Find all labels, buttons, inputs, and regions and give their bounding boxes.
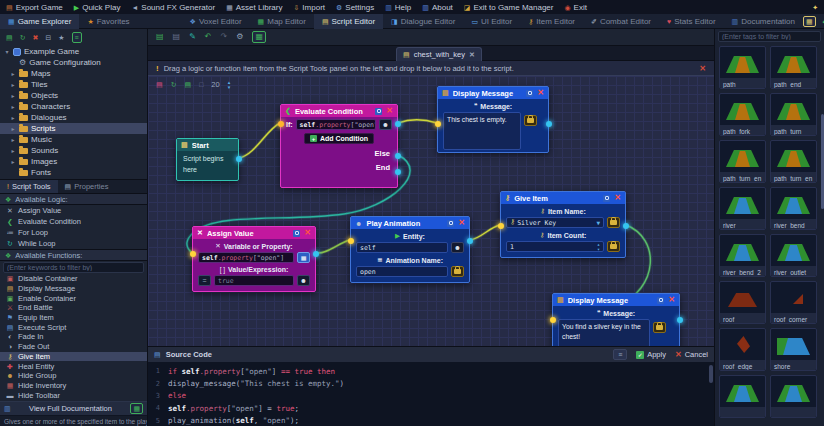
tile-path-turn[interactable]: path_turn xyxy=(770,93,817,136)
hide-group-icon[interactable]: ☻ xyxy=(6,372,14,379)
close-button[interactable]: ✕ xyxy=(537,89,544,97)
save-script-icon[interactable]: ▤ xyxy=(156,33,164,41)
refresh-graph-icon[interactable]: ↻ xyxy=(171,81,177,88)
entity-picker-button[interactable]: ☻ xyxy=(451,242,464,253)
add-condition-button[interactable]: + Add Condition xyxy=(304,133,374,144)
function-item-enable-container[interactable]: ▣Enable Container xyxy=(0,293,147,303)
menu-item-export-game[interactable]: ▤Export Game xyxy=(6,3,63,12)
stats-editor-icon[interactable]: ♥ xyxy=(667,18,671,25)
wrap-toggle-button[interactable]: ≡ xyxy=(613,349,627,360)
tree-item-scripts[interactable]: ▸Scripts xyxy=(0,123,147,134)
menu-item-asset-library[interactable]: ▦Asset Library xyxy=(226,3,282,12)
script-tab-chest-with-key[interactable]: ▤ chest_with_key ✕ xyxy=(396,47,482,61)
display1-input-port[interactable] xyxy=(435,121,441,127)
menu-item-settings[interactable]: ⚙Settings xyxy=(336,3,374,12)
functions-filter-input[interactable] xyxy=(3,262,144,273)
count-stepper[interactable]: ▴▾ xyxy=(597,242,600,251)
asset-library-icon[interactable]: ▦ xyxy=(226,4,233,11)
menu-item-quick-play[interactable]: ▶Quick Play xyxy=(74,3,121,12)
tab-properties[interactable]: ▤ Properties xyxy=(58,180,116,193)
node-assign-value[interactable]: ✕ Assign Value ✕ ✕ Variable or Property:… xyxy=(192,226,316,292)
tree-item-images[interactable]: ▸Images xyxy=(0,156,147,167)
sound-fx-generator-icon[interactable]: ◄ xyxy=(131,4,138,11)
settings-icon[interactable]: ⚙ xyxy=(336,4,342,11)
entity-picker-button[interactable]: ☻ xyxy=(379,119,392,130)
tree-item-objects[interactable]: ▸Objects xyxy=(0,90,147,101)
tile-river-bend-2[interactable]: river_bend_2 xyxy=(719,234,766,277)
copy-node-icon[interactable]: ▤ xyxy=(156,81,163,88)
lock-button[interactable] xyxy=(607,217,620,228)
expand-arrow-icon[interactable]: ▸ xyxy=(10,103,16,110)
function-item-hide-inventory[interactable]: ▦Hide Inventory xyxy=(0,381,147,391)
evaluate-condition-icon[interactable]: ❮ xyxy=(6,218,14,225)
close-button[interactable]: ✕ xyxy=(458,219,465,227)
tile-path[interactable]: path xyxy=(719,46,766,89)
enable-container-icon[interactable]: ▣ xyxy=(6,295,14,302)
documentation-icon[interactable]: ▥ xyxy=(732,18,739,25)
help-icon[interactable]: ▥ xyxy=(385,4,392,11)
delete-icon[interactable]: ✖ xyxy=(33,34,39,41)
entity-picker-button[interactable]: ☻ xyxy=(297,275,310,286)
fade-out-icon[interactable]: ◑ xyxy=(6,343,14,350)
hide-toolbar-icon[interactable]: ▬ xyxy=(6,392,14,399)
evaluate-input-port[interactable] xyxy=(278,121,284,127)
code-scrollbar[interactable] xyxy=(709,365,713,383)
undo-icon[interactable]: ↶ xyxy=(205,33,212,41)
menu-item-help[interactable]: ▥Help xyxy=(385,3,411,12)
tile-path-turn-en[interactable]: path_turn_en xyxy=(770,140,817,183)
condition-expression-input[interactable]: self.property["open"] == true xyxy=(296,119,376,130)
minimize-button[interactable] xyxy=(447,220,454,227)
assign-output-port[interactable] xyxy=(313,251,319,257)
while-loop-icon[interactable]: ↻ xyxy=(6,240,14,247)
function-item-heal-entity[interactable]: ✚Heal Entity xyxy=(0,361,147,371)
give-output-port[interactable] xyxy=(623,223,629,229)
tile-path-fork[interactable]: path_fork xyxy=(719,93,766,136)
grid-size-value[interactable]: 20 xyxy=(211,80,219,89)
code-editor[interactable]: 1if self.property["open"] == true then2 … xyxy=(148,362,714,426)
minimize-button[interactable] xyxy=(293,230,300,237)
display2-output-port[interactable] xyxy=(677,317,683,323)
apply-button[interactable]: ✓ Apply xyxy=(636,350,666,359)
expand-arrow-icon[interactable]: ▸ xyxy=(10,158,16,165)
node-start[interactable]: ▤ Start Script beginshere xyxy=(176,138,239,181)
else-output-port[interactable] xyxy=(395,153,401,159)
equip-item-icon[interactable]: ⚑ xyxy=(6,314,14,321)
give-input-port[interactable] xyxy=(498,223,504,229)
redo-icon[interactable]: ↷ xyxy=(221,33,228,41)
favorite-icon[interactable]: ★ xyxy=(58,34,64,41)
hint-bulb-icon[interactable]: ✦ xyxy=(812,4,818,11)
heal-entity-icon[interactable]: ✚ xyxy=(6,363,14,370)
tab-dialogue-editor[interactable]: ◨Dialogue Editor xyxy=(383,14,463,29)
tile-partial[interactable] xyxy=(719,375,766,418)
script-editor-icon[interactable]: ▤ xyxy=(322,18,329,25)
close-button[interactable]: ✕ xyxy=(386,107,393,115)
menu-item-exit[interactable]: ◉Exit xyxy=(564,3,586,12)
node-evaluate-condition[interactable]: ❮ Evaluate Condition ✕ If: self.property… xyxy=(280,104,398,188)
minimize-button[interactable] xyxy=(657,297,664,304)
function-item-hide-group[interactable]: ☻Hide Group xyxy=(0,371,147,381)
expand-arrow-icon[interactable]: ▸ xyxy=(10,147,16,154)
combat-editor-icon[interactable]: ✐ xyxy=(591,18,597,25)
rename-script-icon[interactable]: ✎ xyxy=(189,33,196,41)
tags-filter-input[interactable] xyxy=(718,31,821,42)
play-input-port[interactable] xyxy=(348,238,354,244)
start-output-port[interactable] xyxy=(236,156,242,162)
voxel-editor-icon[interactable]: ❖ xyxy=(190,18,196,25)
entity-input[interactable]: self xyxy=(356,242,448,253)
grid-size-stepper[interactable]: ▴▾ xyxy=(228,80,231,89)
for-loop-icon[interactable]: ≔ xyxy=(6,229,14,236)
function-item-give-item[interactable]: ⚷Give Item xyxy=(0,352,147,362)
close-button[interactable]: ✕ xyxy=(614,194,621,202)
expand-arrow-icon[interactable]: ▾ xyxy=(4,48,10,55)
tile-roof[interactable]: roof xyxy=(719,281,766,324)
if-output-port[interactable] xyxy=(395,121,401,127)
expand-arrow-icon[interactable]: ▸ xyxy=(10,81,16,88)
message-text-input[interactable]: This chest is empty. xyxy=(443,112,521,150)
menu-item-import[interactable]: ⇩Import xyxy=(293,3,325,12)
lock-button[interactable] xyxy=(607,241,620,252)
open-external-icon[interactable]: ▦ xyxy=(130,403,143,414)
script-settings-icon[interactable]: ⚙ xyxy=(236,33,243,41)
expand-arrow-icon[interactable]: ▸ xyxy=(10,136,16,143)
export-game-icon[interactable]: ▤ xyxy=(6,4,13,11)
tree-item-fonts[interactable]: Fonts xyxy=(0,167,147,178)
